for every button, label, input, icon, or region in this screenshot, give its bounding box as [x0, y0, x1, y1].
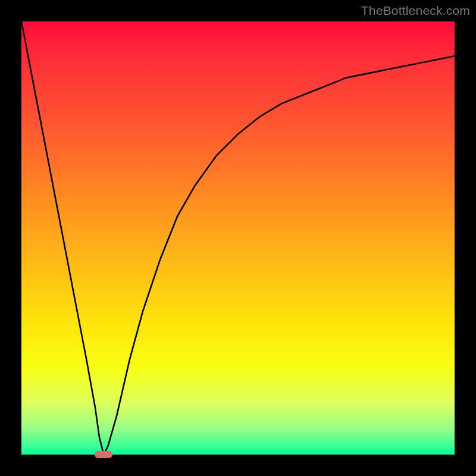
- curve-svg: [21, 21, 455, 455]
- chart-frame: TheBottleneck.com: [0, 0, 476, 476]
- plot-area: [21, 21, 455, 455]
- optimal-marker: [95, 451, 112, 458]
- bottleneck-curve-path: [21, 21, 455, 455]
- watermark-text: TheBottleneck.com: [361, 4, 470, 18]
